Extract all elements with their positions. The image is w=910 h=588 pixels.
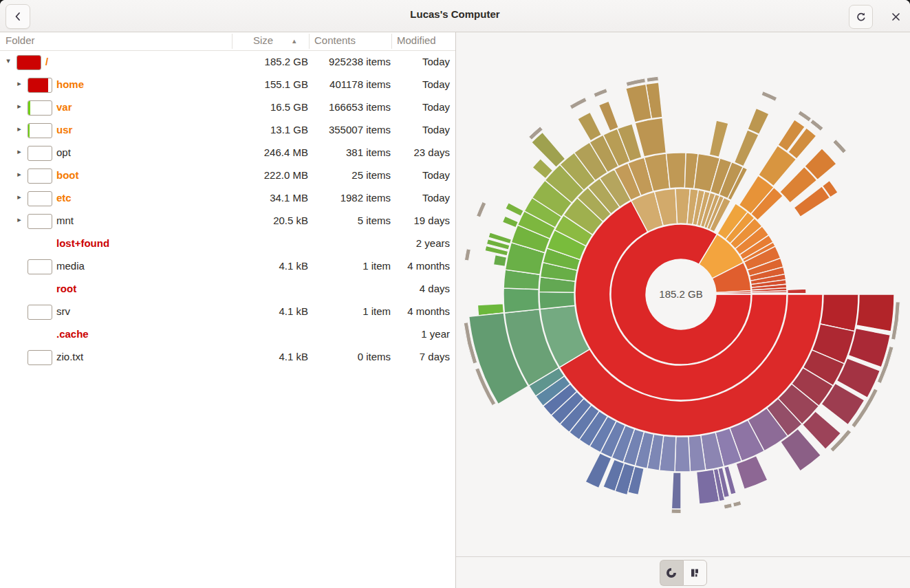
rings-view-button[interactable] [660,560,683,586]
ring-segment[interactable] [735,130,759,166]
folder-name[interactable]: / [45,56,48,67]
depth-continues-cap [464,249,470,261]
contents-value: 1 item [362,305,391,317]
ring-segment[interactable] [671,472,681,509]
folder-name[interactable]: home [56,78,84,90]
table-row[interactable]: srv4.1 kB1 item4 months [0,301,455,323]
ring-segment[interactable] [675,437,691,472]
column-divider [232,34,232,49]
column-header-modified[interactable]: Modified [397,34,436,46]
table-row[interactable]: root4 days [0,278,455,301]
contents-value: 25 items [351,169,391,181]
ring-segment[interactable] [788,289,806,294]
modified-value: Today [422,192,450,204]
size-value: 13.1 GB [270,124,308,135]
folder-name[interactable]: root [56,283,76,294]
expander-closed-icon[interactable]: ▸ [15,124,23,133]
usage-bar-icon [28,191,52,206]
table-row[interactable]: ▸mnt20.5 kB5 items19 days [0,210,455,232]
table-row[interactable]: ▸home155.1 GB401178 itemsToday [0,74,455,96]
expander-closed-icon[interactable]: ▸ [15,147,23,156]
folder-name[interactable]: zio.txt [56,351,83,362]
usage-bar-icon [28,78,52,93]
contents-value: 401178 items [329,78,391,90]
table-row[interactable]: ▸var16.5 GB166653 itemsToday [0,96,455,119]
usage-bar-icon [28,168,52,184]
app-window: Lucas's Computer Folder Size ▴ Contents [0,0,910,588]
folder-tree-panel: Folder Size ▴ Contents Modified ▾/185.2 … [0,32,456,588]
table-row[interactable]: media4.1 kB1 item4 months [0,255,455,278]
sort-ascending-icon[interactable]: ▴ [292,36,296,45]
modified-value: 19 days [413,215,450,226]
close-button[interactable] [887,8,904,25]
folder-name[interactable]: mnt [56,215,74,226]
folder-name[interactable]: srv [56,305,70,317]
modified-value: 23 days [413,146,450,158]
depth-continues-cap [833,140,846,153]
table-row[interactable]: ▸opt246.4 MB381 items23 days [0,142,455,164]
ring-segment[interactable] [578,112,602,141]
table-row[interactable]: ▸etc34.1 MB1982 itemsToday [0,187,455,210]
expander-closed-icon[interactable]: ▸ [15,102,23,111]
table-row[interactable]: lost+found2 years [0,232,455,255]
headerbar: Lucas's Computer [0,0,910,32]
size-value: 155.1 GB [265,78,308,90]
folder-name[interactable]: media [56,260,85,272]
table-row[interactable]: ▸usr13.1 GB355007 itemsToday [0,119,455,142]
expander-closed-icon[interactable]: ▸ [15,170,23,179]
column-header-folder[interactable]: Folder [6,34,35,46]
rings-chart-icon [666,567,677,578]
column-header-row: Folder Size ▴ Contents Modified [0,32,455,51]
folder-name[interactable]: etc [56,192,72,204]
usage-bar-icon [17,55,41,70]
depth-continues-cap [671,509,681,513]
ring-segment[interactable] [503,288,539,313]
folder-name[interactable]: opt [56,146,71,158]
expander-closed-icon[interactable]: ▸ [15,215,23,224]
usage-bar-icon [28,146,52,161]
folder-name[interactable]: var [56,101,72,113]
ring-segment[interactable] [532,132,565,167]
treemap-view-button[interactable] [683,560,707,586]
ring-segment[interactable] [666,153,686,188]
ring-segment[interactable] [506,203,524,217]
treemap-chart-icon [689,567,700,578]
table-row[interactable]: zio.txt4.1 kB0 items7 days [0,346,455,369]
modified-value: Today [422,56,450,67]
ring-segment[interactable] [502,216,518,228]
size-value: 4.1 kB [279,260,308,272]
table-row[interactable]: ▸boot222.0 MB25 itemsToday [0,164,455,187]
column-header-size[interactable]: Size [253,34,273,46]
table-row[interactable]: ▾/185.2 GB925238 itemsToday [0,51,455,74]
expander-open-icon[interactable]: ▾ [4,56,12,65]
size-value: 246.4 MB [264,146,308,158]
column-header-contents[interactable]: Contents [314,34,356,46]
ring-segment[interactable] [598,101,618,131]
refresh-button[interactable] [849,5,873,29]
expander-closed-icon[interactable]: ▸ [15,193,23,202]
usage-bar-icon [28,123,52,138]
folder-name[interactable]: .cache [56,328,89,340]
ring-segment[interactable] [748,108,769,134]
refresh-icon [856,12,867,23]
usage-bar-icon [28,305,52,320]
window-title: Lucas's Computer [0,8,910,20]
folder-tree-rows: ▾/185.2 GB925238 itemsToday▸home155.1 GB… [0,51,455,588]
ring-segment[interactable] [856,294,894,331]
modified-value: 4 months [407,260,450,272]
contents-value: 5 items [358,215,391,226]
ring-segment[interactable] [709,120,728,157]
modified-value: 2 years [416,237,450,249]
folder-name[interactable]: lost+found [56,237,109,249]
modified-value: Today [422,78,450,90]
modified-value: Today [422,169,450,181]
depth-continues-cap [810,120,823,131]
folder-name[interactable]: usr [56,124,72,135]
depth-continues-cap [594,89,607,98]
table-row[interactable]: .cache1 year [0,323,455,346]
expander-closed-icon[interactable]: ▸ [15,79,23,88]
ring-segment[interactable] [493,255,506,267]
folder-name[interactable]: boot [56,169,78,181]
column-divider [309,34,310,49]
depth-continues-cap [570,98,587,109]
